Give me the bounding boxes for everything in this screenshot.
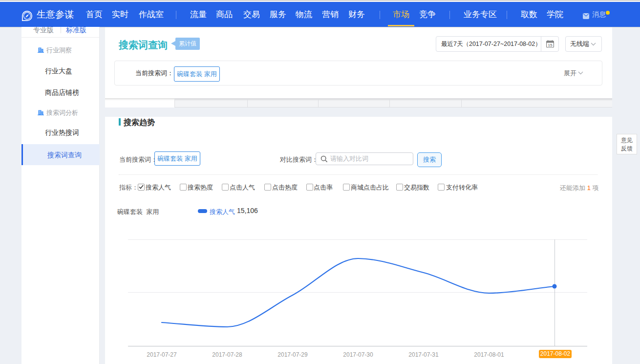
svg-text:15: 15 bbox=[548, 43, 553, 47]
